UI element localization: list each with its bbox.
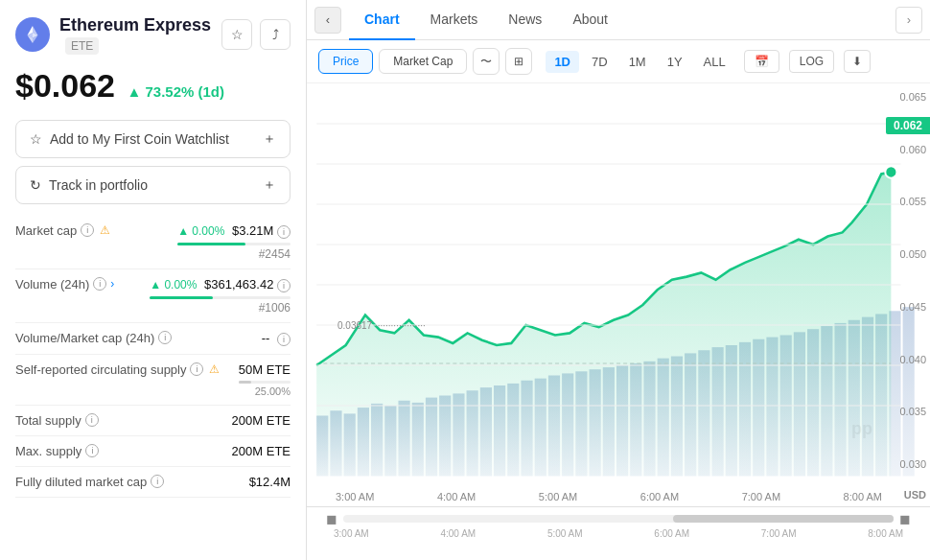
time-all[interactable]: ALL [695,51,734,73]
share-button[interactable]: ⤴ [260,19,291,50]
calendar-button[interactable]: 📅 [744,50,779,73]
chart-scroll-bar: ◼ ◼ 3:00 AM 4:00 AM 5:00 AM 6:00 AM 7:00… [307,506,930,560]
fdmc-label: Fully diluted market cap [15,475,147,489]
tab-chart[interactable]: Chart [349,0,415,40]
time-buttons: 1D 7D 1M 1Y ALL [546,51,733,73]
price-button[interactable]: Price [318,49,373,74]
right-panel: ‹ Chart Markets News About › Price Marke… [307,0,930,560]
svg-rect-49 [903,307,915,476]
supply-value: 50M ETE [239,362,291,377]
market-cap-info-icon[interactable]: i [81,223,94,237]
scroll-thumb[interactable] [673,515,894,523]
total-supply-info[interactable]: i [85,413,99,427]
volume-value: $361,463.42 [204,277,273,292]
download-button[interactable]: ⬇ [844,50,871,73]
time-1d[interactable]: 1D [546,51,579,73]
scroll-left-arrow[interactable]: ◼ [320,511,343,526]
max-supply-label: Max. supply [15,444,81,458]
price-block: $0.062 ▲ 73.52% (1d) [15,67,291,105]
tab-news[interactable]: News [493,0,557,40]
market-cap-button[interactable]: Market Cap [379,49,467,74]
coin-ticker: ETE [65,37,99,55]
chart-controls: Price Market Cap 〜 ⊞ 1D 7D 1M 1Y ALL 📅 L… [307,40,930,83]
market-cap-label: Market cap [15,223,77,238]
price-change: ▲ 73.52% (1d) [127,83,224,100]
time-1m[interactable]: 1M [620,51,655,73]
volume-change: ▲ 0.00% [150,278,197,292]
stat-volume: Volume (24h) i › ▲ 0.00% $361,463.42 i #… [15,269,291,323]
log-button[interactable]: LOG [789,50,834,73]
supply-warn: ⚠ [209,362,220,376]
chart-area: 0.065 0.060 0.055 0.050 0.045 0.040 0.03… [307,83,930,506]
stat-fdmc: Fully diluted market cap i $12.4M [15,467,291,498]
tabs-bar: ‹ Chart Markets News About › [307,0,930,40]
price-value: $0.062 [15,67,115,104]
stats-section: Market cap i ⚠ ▲ 0.00% $3.21M i #2454 Vo… [15,216,291,498]
max-supply-value: 200M ETE [232,444,291,458]
tab-about[interactable]: About [557,0,623,40]
time-1y[interactable]: 1Y [659,51,691,73]
coin-logo [15,17,50,52]
vol-mcap-right-info[interactable]: i [277,333,291,346]
vol-mcap-label: Volume/Market cap (24h) [15,331,154,345]
chart-svg [307,83,930,506]
star-icon: ☆ [30,131,42,147]
x-axis-labels: 3:00 AM 4:00 AM 5:00 AM 6:00 AM 7:00 AM … [336,491,882,502]
market-cap-warn-icon: ⚠ [100,223,110,237]
market-cap-right-info[interactable]: i [277,225,291,239]
vol-mcap-info[interactable]: i [158,331,172,344]
portfolio-label: Track in portfolio [49,177,148,193]
volume-rank: #1006 [150,301,291,315]
supply-bar [239,381,291,384]
candle-chart-icon[interactable]: ⊞ [505,48,532,75]
stat-vol-mcap: Volume/Market cap (24h) i -- i [15,323,291,355]
line-chart-icon[interactable]: 〜 [473,48,500,75]
max-supply-info[interactable]: i [85,444,99,457]
stat-supply: Self-reported circulating supply i ⚠ 50M… [15,355,291,406]
low-price-label: 0.03617 ··················· [337,320,426,331]
supply-percent: 25.00% [239,385,291,397]
volume-info-icon[interactable]: i [93,277,106,291]
volume-bar [150,296,291,299]
volume-right-info[interactable]: i [277,279,291,292]
add-watchlist-button[interactable]: ☆ Add to My First Coin Watchlist ＋ [15,120,291,158]
star-button[interactable]: ☆ [221,19,252,50]
tab-markets[interactable]: Markets [415,0,494,40]
plus-icon: ＋ [263,130,276,148]
supply-label: Self-reported circulating supply [15,362,186,377]
forward-button[interactable]: › [895,7,922,34]
market-cap-rank: #2454 [177,247,291,261]
mini-x-labels: 3:00 AM 4:00 AM 5:00 AM 6:00 AM 7:00 AM … [314,528,922,539]
watchlist-label: Add to My First Coin Watchlist [50,131,229,147]
stat-max-supply: Max. supply i 200M ETE [15,436,291,467]
supply-info[interactable]: i [190,362,203,376]
coin-header: Ethereum Express ETE ☆ ⤴ [15,15,291,54]
time-7d[interactable]: 7D [583,51,616,73]
portfolio-icon: ↻ [30,177,41,193]
stat-market-cap: Market cap i ⚠ ▲ 0.00% $3.21M i #2454 [15,216,291,269]
fdmc-value: $12.4M [249,475,291,489]
scroll-handle[interactable] [343,515,894,523]
stat-total-supply: Total supply i 200M ETE [15,406,291,436]
market-cap-change: ▲ 0.00% [177,224,224,238]
svg-point-51 [885,166,896,178]
usd-label: USD [904,489,926,501]
market-cap-value: $3.21M [232,223,273,238]
total-supply-label: Total supply [15,413,81,428]
volume-expand[interactable]: › [110,277,114,291]
current-price-label: 0.062 [886,117,930,134]
scroll-right-arrow[interactable]: ◼ [894,511,917,526]
coin-name-block: Ethereum Express ETE [59,15,212,54]
market-cap-bar [177,243,291,245]
left-panel: Ethereum Express ETE ☆ ⤴ $0.062 ▲ 73.52%… [0,0,307,560]
coin-header-actions: ☆ ⤴ [221,19,291,50]
coin-name: Ethereum Express [59,15,211,35]
track-portfolio-button[interactable]: ↻ Track in portfolio ＋ [15,166,291,204]
fdmc-info[interactable]: i [151,475,164,488]
total-supply-value: 200M ETE [232,413,291,428]
vol-mcap-value: -- [262,331,270,345]
plus-icon-2: ＋ [263,176,276,194]
back-button[interactable]: ‹ [314,7,341,34]
volume-label: Volume (24h) [15,277,89,292]
